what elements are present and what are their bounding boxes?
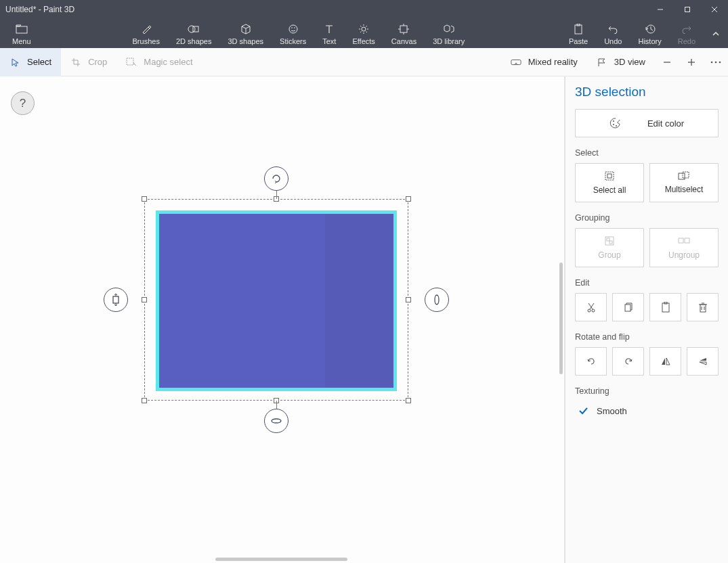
rotate-x-handle[interactable]: [264, 166, 288, 191]
2d-shapes-label: 2D shapes: [176, 37, 212, 45]
redo-button[interactable]: Redo: [670, 19, 704, 48]
resize-handle-br[interactable]: [406, 398, 411, 403]
svg-rect-36: [113, 296, 119, 303]
svg-point-35: [272, 419, 281, 423]
more-button[interactable]: [704, 48, 728, 76]
stickers-tab[interactable]: Stickers: [272, 19, 314, 48]
edit-section-label: Edit: [575, 278, 719, 288]
flip-vertical-button[interactable]: [687, 347, 719, 376]
delete-button[interactable]: [687, 293, 719, 321]
rotate-cw-icon: [623, 356, 634, 367]
canvas-label: Canvas: [391, 37, 416, 45]
maximize-button[interactable]: [674, 0, 701, 19]
rotate-ccw-button[interactable]: [575, 347, 607, 376]
ungroup-button[interactable]: Ungroup: [649, 228, 719, 267]
multiselect-label: Multiselect: [665, 185, 704, 194]
menu-label: Menu: [12, 37, 31, 45]
3d-library-tab[interactable]: 3D library: [425, 19, 473, 48]
svg-point-32: [711, 61, 713, 63]
svg-point-40: [616, 125, 617, 127]
close-button[interactable]: [701, 0, 728, 19]
ungroup-label: Ungroup: [668, 250, 700, 260]
svg-rect-1: [685, 7, 690, 12]
history-button[interactable]: History: [630, 19, 669, 48]
shapes-2d-icon: [188, 22, 200, 36]
minimize-button[interactable]: [647, 0, 674, 19]
svg-rect-41: [605, 172, 614, 180]
zoom-out-button[interactable]: [655, 48, 679, 76]
canvas-tab[interactable]: Canvas: [383, 19, 425, 48]
delete-icon: [698, 302, 708, 313]
resize-handle-ml[interactable]: [142, 297, 147, 302]
multiselect-button[interactable]: Multiselect: [649, 163, 719, 202]
resize-handle-tl[interactable]: [142, 196, 147, 202]
multiselect-icon: [678, 171, 690, 181]
group-button[interactable]: Group: [575, 228, 644, 267]
select-section-label: Select: [575, 148, 719, 158]
svg-rect-4: [16, 26, 27, 33]
svg-rect-46: [607, 238, 609, 241]
rotate-y-handle[interactable]: [425, 288, 449, 312]
zoom-in-button[interactable]: [679, 48, 704, 76]
mixed-reality-label: Mixed reality: [528, 57, 578, 67]
selection-frame[interactable]: [144, 199, 408, 401]
canvas[interactable]: ?: [0, 76, 565, 563]
rotate-cw-button[interactable]: [612, 347, 644, 376]
resize-handle-bl[interactable]: [142, 398, 147, 403]
paste-button[interactable]: Paste: [561, 19, 596, 48]
paste-panel-button[interactable]: [649, 293, 681, 321]
3d-shapes-tab[interactable]: 3D shapes: [219, 19, 272, 48]
side-panel: 3D selection Edit color Select Select al…: [565, 76, 728, 563]
svg-rect-55: [700, 305, 706, 312]
rotate-z-handle[interactable]: [264, 409, 288, 433]
cut-button[interactable]: [575, 293, 607, 321]
paste-label: Paste: [569, 37, 588, 45]
menu-button[interactable]: Menu: [0, 19, 43, 48]
svg-point-51: [592, 309, 595, 312]
selection-border: [144, 199, 408, 401]
effects-icon: [358, 22, 369, 36]
window-title: Untitled* - Paint 3D: [5, 5, 74, 14]
grouping-section-label: Grouping: [575, 213, 719, 223]
svg-point-33: [715, 61, 717, 63]
edit-color-button[interactable]: Edit color: [575, 109, 719, 137]
mixed-reality-button[interactable]: Mixed reality: [501, 48, 587, 76]
magic-select-tool[interactable]: Magic select: [116, 48, 202, 76]
svg-rect-53: [662, 303, 669, 312]
crop-label: Crop: [88, 57, 107, 67]
3d-view-button[interactable]: 3D view: [587, 48, 655, 76]
help-button[interactable]: ?: [11, 91, 35, 115]
copy-button[interactable]: [612, 293, 644, 321]
select-all-button[interactable]: Select all: [575, 163, 644, 202]
resize-handle-tr[interactable]: [406, 196, 411, 202]
sub-toolbar: Select Crop Magic select Mixed reality 3…: [0, 48, 728, 76]
crop-tool[interactable]: Crop: [61, 48, 116, 76]
flip-horizontal-button[interactable]: [649, 347, 681, 376]
svg-point-34: [719, 61, 721, 63]
brushes-tab[interactable]: Brushes: [125, 19, 168, 48]
select-all-label: Select all: [593, 185, 626, 195]
svg-rect-6: [193, 26, 198, 32]
effects-tab[interactable]: Effects: [344, 19, 383, 48]
text-tab[interactable]: Text: [314, 19, 344, 48]
horizontal-scrollbar[interactable]: [215, 558, 347, 561]
depth-handle[interactable]: [104, 288, 128, 312]
collapse-ribbon-button[interactable]: [704, 19, 728, 48]
ungroup-icon: [678, 235, 690, 246]
smooth-checkbox[interactable]: Smooth: [575, 401, 719, 420]
folder-icon: [16, 22, 28, 36]
text-icon: [324, 22, 334, 36]
brush-icon: [141, 22, 152, 36]
group-icon: [604, 235, 615, 246]
rotate-stem-top: [276, 189, 277, 199]
undo-button[interactable]: Undo: [596, 19, 630, 48]
magic-select-label: Magic select: [144, 57, 192, 67]
stickers-label: Stickers: [280, 37, 306, 45]
svg-rect-24: [575, 25, 582, 34]
resize-handle-mr[interactable]: [406, 297, 411, 302]
2d-shapes-tab[interactable]: 2D shapes: [168, 19, 220, 48]
select-tool[interactable]: Select: [0, 48, 61, 76]
stickers-icon: [288, 22, 299, 36]
vertical-scrollbar[interactable]: [559, 263, 563, 374]
palette-icon: [609, 117, 622, 129]
